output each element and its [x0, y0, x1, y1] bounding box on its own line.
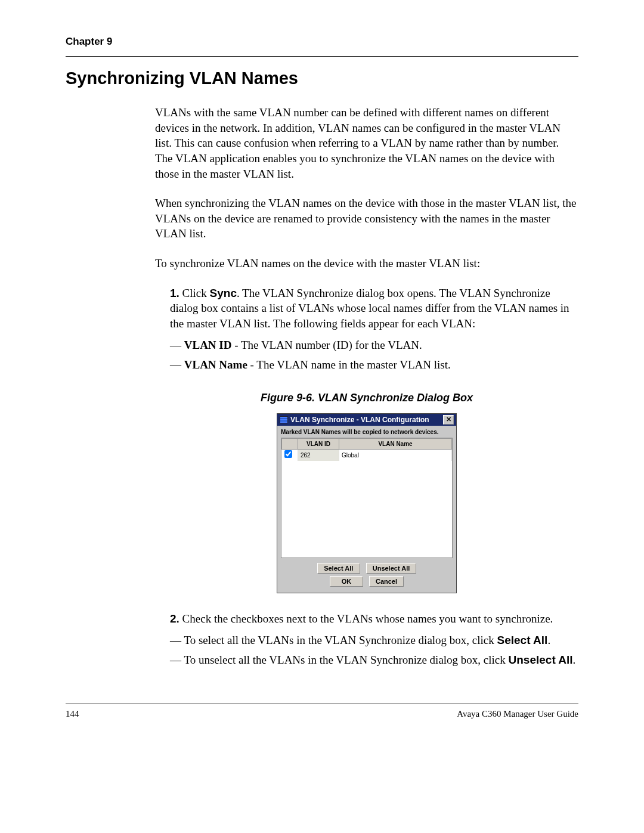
app-icon [280, 416, 288, 423]
step-2-number: 2. [170, 612, 179, 625]
paragraph-2: When synchronizing the VLAN names on the… [155, 196, 578, 241]
row-vlan-id: 262 [298, 450, 339, 461]
unselect-all-button[interactable]: Unselect All [366, 563, 417, 574]
dialog-titlebar: VLAN Synchronize - VLAN Configuration ✕ [277, 414, 456, 426]
page-footer: 144 Avaya C360 Manager User Guide [66, 704, 578, 719]
close-icon[interactable]: ✕ [443, 415, 454, 425]
vlan-synchronize-dialog: VLAN Synchronize - VLAN Configuration ✕ … [277, 413, 457, 593]
step-1: 1. Click Sync. The VLAN Synchronize dial… [170, 286, 578, 332]
paragraph-1: VLANs with the same VLAN number can be d… [155, 105, 578, 181]
ok-button[interactable]: OK [330, 576, 363, 587]
header-rule [66, 56, 578, 57]
vlan-id-label: VLAN ID [184, 339, 232, 351]
cancel-button[interactable]: Cancel [369, 576, 404, 587]
body-content: VLANs with the same VLAN number can be d… [155, 105, 578, 668]
row-vlan-name: Global [339, 450, 452, 461]
dash-icon: — [170, 358, 184, 371]
col-check [282, 438, 298, 450]
dash-icon: — [170, 634, 184, 646]
select-all-label: Select All [497, 634, 548, 646]
paragraph-3: To synchronize VLAN names on the device … [155, 256, 578, 271]
col-vlan-name: VLAN Name [339, 438, 452, 450]
vlan-table: VLAN ID VLAN Name 262 Global [281, 438, 452, 461]
table-header-row: VLAN ID VLAN Name [282, 438, 452, 450]
step-1-number: 1. [170, 287, 179, 299]
guide-name: Avaya C360 Manager User Guide [457, 709, 578, 719]
page: Chapter 9 Synchronizing VLAN Names VLANs… [0, 0, 644, 743]
step-1-sub-2: — VLAN Name - The VLAN name in the maste… [170, 357, 578, 373]
row-checkbox[interactable] [284, 450, 292, 458]
chapter-header: Chapter 9 [66, 36, 578, 48]
section-title: Synchronizing VLAN Names [66, 69, 578, 88]
dialog-figure: VLAN Synchronize - VLAN Configuration ✕ … [155, 413, 578, 593]
dialog-title: VLAN Synchronize - VLAN Configuration [290, 415, 429, 425]
page-number: 144 [66, 709, 79, 719]
unselect-all-desc-pre: To unselect all the VLANs in the VLAN Sy… [184, 654, 508, 666]
step-2-sub-2: — To unselect all the VLANs in the VLAN … [170, 652, 578, 668]
table-row: 262 Global [282, 450, 452, 461]
select-all-button[interactable]: Select All [317, 563, 360, 574]
dialog-message: Marked VLAN Names will be copied to netw… [277, 426, 456, 438]
unselect-all-desc-post: . [573, 654, 576, 666]
col-vlan-id: VLAN ID [298, 438, 339, 450]
figure-caption: Figure 9-6. VLAN Synchronize Dialog Box [155, 391, 578, 405]
step-2-text: Check the checkboxes next to the VLANs w… [179, 612, 553, 625]
unselect-all-label: Unselect All [509, 654, 573, 666]
vlan-name-desc: - The VLAN name in the master VLAN list. [247, 358, 451, 371]
step-1-pre: Click [179, 287, 210, 299]
dash-icon: — [170, 339, 184, 351]
step-2-sub-1: — To select all the VLANs in the VLAN Sy… [170, 633, 578, 648]
vlan-name-label: VLAN Name [184, 358, 247, 371]
vlan-id-desc: - The VLAN number (ID) for the VLAN. [231, 339, 422, 351]
step-2: 2. Check the checkboxes next to the VLAN… [170, 611, 578, 627]
sync-button-label: Sync [210, 287, 237, 299]
select-all-desc-pre: To select all the VLANs in the VLAN Sync… [184, 634, 497, 646]
select-all-desc-post: . [547, 634, 550, 646]
dialog-table-container: VLAN ID VLAN Name 262 Global [281, 438, 453, 558]
dash-icon: — [170, 654, 184, 666]
step-1-sub-1: — VLAN ID - The VLAN number (ID) for the… [170, 337, 578, 353]
